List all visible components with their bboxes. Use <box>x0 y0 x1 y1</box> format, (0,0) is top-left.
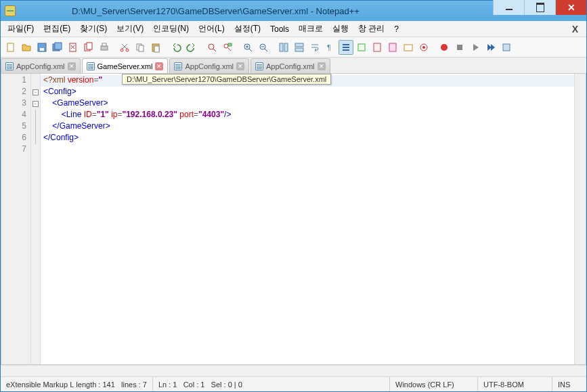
menu-settings[interactable]: 설정(T) <box>230 22 265 36</box>
menu-view[interactable]: 보기(V) <box>112 22 148 36</box>
show-all-chars-icon[interactable]: ¶ <box>323 40 338 55</box>
line-number-gutter: 1234567 <box>1 74 31 364</box>
find-icon[interactable] <box>204 40 219 55</box>
svg-rect-28 <box>389 43 396 51</box>
menu-tools[interactable]: Tools <box>266 23 293 35</box>
svg-rect-18 <box>228 43 232 46</box>
folder-panel-icon[interactable] <box>401 40 416 55</box>
vertical-scrollbar[interactable] <box>574 74 586 364</box>
horizontal-scrollbar[interactable] <box>1 365 586 376</box>
svg-rect-24 <box>295 48 303 51</box>
minimize-button[interactable] <box>493 0 524 15</box>
status-encoding: UTF-8-BOM <box>478 377 552 391</box>
menu-file[interactable]: 파일(F) <box>3 22 38 36</box>
menu-encoding[interactable]: 인코딩(N) <box>149 22 193 36</box>
tab-label: AppConfig.xml <box>16 62 65 70</box>
doc-map-icon[interactable] <box>370 40 385 55</box>
copy-icon[interactable] <box>133 40 148 55</box>
open-file-icon[interactable] <box>19 40 34 55</box>
func-list-icon[interactable] <box>385 40 400 55</box>
new-file-icon[interactable] <box>3 40 18 55</box>
menu-help[interactable]: ? <box>390 23 403 35</box>
close-tab-icon[interactable]: ✕ <box>318 62 326 70</box>
play-multi-icon[interactable] <box>483 40 498 55</box>
menu-lang[interactable]: 언어(L) <box>194 22 229 36</box>
close-tab-icon[interactable]: ✕ <box>236 62 244 70</box>
redo-icon[interactable] <box>184 40 199 55</box>
close-all-icon[interactable] <box>81 40 96 55</box>
tabbar: AppConfig.xml ✕ GameServer.xml ✕ AppConf… <box>1 58 586 74</box>
tab-appconfig-2[interactable]: AppConfig.xml ✕ <box>169 58 249 73</box>
indent-guide-icon[interactable] <box>339 40 353 55</box>
close-tab-icon[interactable]: ✕ <box>155 62 163 70</box>
svg-point-32 <box>441 44 448 51</box>
save-macro-icon[interactable] <box>499 40 514 55</box>
titlebar: D:\MU_Server\Server1270\GameDBServer\Gam… <box>1 1 586 21</box>
tab-tooltip: D:\MU_Server\Server1270\GameDBServer\Gam… <box>122 74 331 85</box>
app-icon <box>5 5 16 16</box>
svg-rect-2 <box>40 48 44 51</box>
app-window: D:\MU_Server\Server1270\GameDBServer\Gam… <box>0 0 587 392</box>
svg-rect-7 <box>87 43 92 49</box>
tab-appconfig-3[interactable]: AppConfig.xml ✕ <box>251 58 330 73</box>
status-eol: Windows (CR LF) <box>390 377 478 391</box>
svg-point-31 <box>422 46 425 49</box>
editor[interactable]: 1234567 -- D:\MU_Server\Server1270\GameD… <box>1 74 586 365</box>
svg-rect-34 <box>503 44 510 51</box>
editor-container: 1234567 -- D:\MU_Server\Server1270\GameD… <box>1 74 586 376</box>
zoom-out-icon[interactable] <box>256 40 271 55</box>
menu-window[interactable]: 창 관리 <box>354 22 389 36</box>
statusbar: eXtensible Markup L length : 141 lines :… <box>1 376 586 391</box>
status-lang: eXtensible Markup L length : 141 lines :… <box>1 377 153 391</box>
menu-search[interactable]: 찾기(S) <box>76 22 111 36</box>
wrap-icon[interactable] <box>307 40 322 55</box>
fold-gutter: -- <box>31 74 41 364</box>
tab-gameserver[interactable]: GameServer.xml ✕ <box>82 58 169 73</box>
tab-label: AppConfig.xml <box>266 62 315 70</box>
svg-rect-8 <box>101 46 108 50</box>
toolbar: ¶ <box>1 37 586 58</box>
stop-macro-icon[interactable] <box>452 40 467 55</box>
close-tab-icon[interactable]: ✕ <box>68 62 76 70</box>
close-window-button[interactable]: ✕ <box>555 0 586 15</box>
zoom-in-icon[interactable] <box>240 40 255 55</box>
record-macro-icon[interactable] <box>437 40 452 55</box>
close-doc-button[interactable]: X <box>567 24 584 35</box>
play-macro-icon[interactable] <box>468 40 483 55</box>
cut-icon[interactable] <box>117 40 132 55</box>
svg-rect-29 <box>404 45 412 51</box>
sync-h-icon[interactable] <box>292 40 307 55</box>
file-icon <box>174 62 182 70</box>
save-icon[interactable] <box>35 40 49 55</box>
save-all-icon[interactable] <box>50 40 65 55</box>
svg-rect-22 <box>284 43 288 51</box>
svg-rect-0 <box>7 43 14 51</box>
replace-icon[interactable] <box>220 40 235 55</box>
svg-rect-21 <box>280 43 283 51</box>
tab-label: GameServer.xml <box>97 62 153 70</box>
paste-icon[interactable] <box>148 40 163 55</box>
userlang-icon[interactable] <box>354 40 369 55</box>
close-file-icon[interactable] <box>66 40 81 55</box>
monitor-icon[interactable] <box>416 40 431 55</box>
menu-run[interactable]: 실행 <box>328 22 353 36</box>
svg-rect-23 <box>295 43 303 47</box>
svg-rect-13 <box>139 45 144 51</box>
menu-macro[interactable]: 매크로 <box>295 22 327 36</box>
svg-text:¶: ¶ <box>327 43 331 51</box>
maximize-button[interactable] <box>524 0 555 15</box>
code-area[interactable]: D:\MU_Server\Server1270\GameDBServer\Gam… <box>41 74 574 364</box>
print-icon[interactable] <box>97 40 112 55</box>
menu-edit[interactable]: 편집(E) <box>39 22 74 36</box>
file-icon <box>255 62 263 70</box>
menubar: 파일(F) 편집(E) 찾기(S) 보기(V) 인코딩(N) 언어(L) 설정(… <box>1 21 586 37</box>
tab-label: AppConfig.xml <box>185 62 234 70</box>
sync-v-icon[interactable] <box>276 40 291 55</box>
svg-rect-26 <box>358 44 365 51</box>
svg-point-16 <box>209 44 214 49</box>
window-controls: ✕ <box>493 1 586 21</box>
undo-icon[interactable] <box>169 40 183 55</box>
svg-rect-4 <box>55 43 62 49</box>
tab-appconfig-1[interactable]: AppConfig.xml ✕ <box>1 58 81 73</box>
status-insert-mode: INS <box>552 377 586 391</box>
